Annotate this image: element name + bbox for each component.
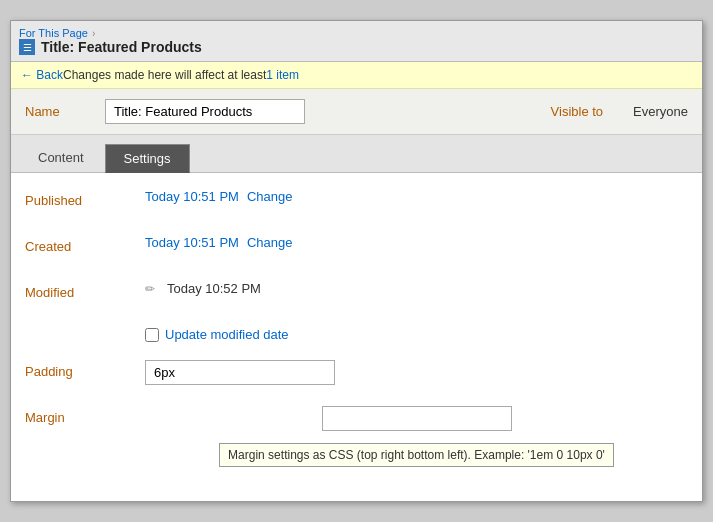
modified-value-group: ✏ Today 10:52 PM [145,281,688,296]
tabs-bar: Content Settings [11,135,702,173]
created-value-group: Today 10:51 PM Change [145,235,688,250]
page-icon [19,39,35,55]
back-bar-message: Changes made here will affect at least [63,68,266,82]
padding-row: Padding [25,360,688,388]
page-title: Title: Featured Products [41,39,202,55]
breadcrumb-chevron: › [92,28,95,39]
margin-value-group: Margin settings as CSS (top right bottom… [145,406,688,467]
created-change-link[interactable]: Change [247,235,293,250]
name-input[interactable] [105,99,305,124]
margin-tooltip: Margin settings as CSS (top right bottom… [219,443,614,467]
update-modified-label: Update modified date [165,327,289,342]
created-row: Created Today 10:51 PM Change [25,235,688,263]
settings-content: Published Today 10:51 PM Change Created … [11,173,702,501]
padding-input[interactable] [145,360,335,385]
published-label: Published [25,189,145,208]
created-label: Created [25,235,145,254]
created-value: Today 10:51 PM [145,235,239,250]
published-change-link[interactable]: Change [247,189,293,204]
modified-label: Modified [25,281,145,300]
title-row: Title: Featured Products [19,39,694,55]
margin-row: Margin Margin settings as CSS (top right… [25,406,688,467]
visible-to-value: Everyone [633,104,688,119]
tab-settings[interactable]: Settings [105,144,190,173]
main-window: For This Page › Title: Featured Products… [10,20,703,502]
tab-content[interactable]: Content [19,143,103,172]
update-modified-row: Update modified date [145,327,688,342]
published-value-group: Today 10:51 PM Change [145,189,688,204]
back-bar: ← BackChanges made here will affect at l… [11,62,702,89]
published-value: Today 10:51 PM [145,189,239,204]
pencil-icon: ✏ [145,282,155,296]
breadcrumb: For This Page › [19,27,694,39]
update-modified-checkbox[interactable] [145,328,159,342]
back-link[interactable]: ← Back [21,68,63,82]
form-header: Name Visible to Everyone [11,89,702,135]
visible-to-label: Visible to [551,104,604,119]
modified-value: Today 10:52 PM [167,281,261,296]
item-link[interactable]: 1 item [266,68,299,82]
margin-label: Margin [25,406,145,425]
margin-input[interactable] [322,406,512,431]
padding-label: Padding [25,360,145,379]
for-this-page-link[interactable]: For This Page [19,27,88,39]
title-bar: For This Page › Title: Featured Products [11,21,702,62]
modified-row: Modified ✏ Today 10:52 PM [25,281,688,309]
padding-value-group [145,360,688,385]
name-label: Name [25,104,85,119]
published-row: Published Today 10:51 PM Change [25,189,688,217]
visible-to-section: Visible to Everyone [551,104,688,119]
